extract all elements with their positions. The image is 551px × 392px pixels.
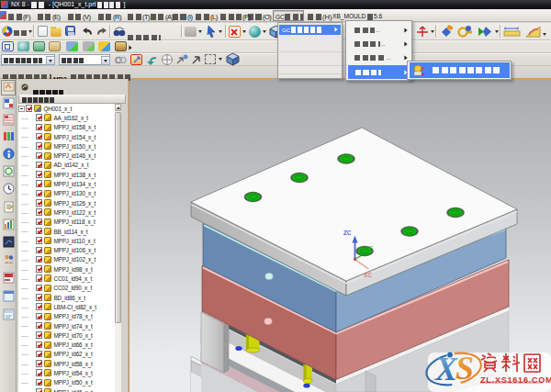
svg-text:ZC: ZC (343, 230, 352, 236)
svg-text:YC: YC (366, 245, 374, 251)
svg-text:S: S (455, 350, 474, 386)
svg-text:ZL.XS1616.COM: ZL.XS1616.COM (480, 375, 551, 385)
svg-text:XC: XC (364, 272, 372, 278)
